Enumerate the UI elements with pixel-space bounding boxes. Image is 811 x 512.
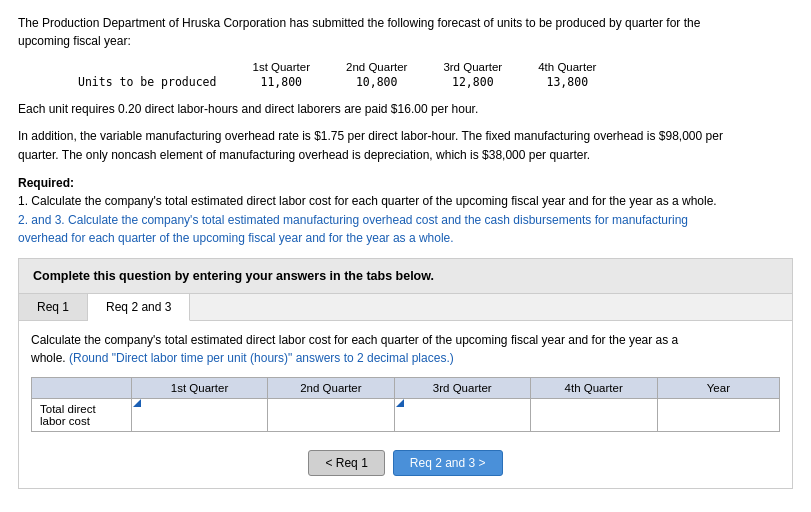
intro-line2: upcoming fiscal year: [18,34,131,48]
intro-line1: The Production Department of Hruska Corp… [18,16,700,30]
units-row-label: Units to be produced [78,74,234,90]
table-header-empty [32,377,132,398]
table-header-year: Year [657,377,779,398]
col-header-q2: 2nd Quarter [328,60,425,74]
row-label-labor: Total direct labor cost [32,398,132,431]
intro-paragraph: The Production Department of Hruska Corp… [18,14,793,50]
table-header-q4: 4th Quarter [530,377,657,398]
input-q1[interactable] [132,411,267,431]
section2-text: In addition, the variable manufacturing … [18,127,793,165]
units-q1: 11,800 [234,74,328,90]
complete-box-text: Complete this question by entering your … [33,269,434,283]
req2-blue-part2: and [441,213,461,227]
col-header-q3: 3rd Quarter [425,60,520,74]
required-label: Required: [18,176,74,190]
nav-buttons-row: < Req 1 Req 2 and 3 > [31,444,780,480]
req2-blue-part1: 2. and 3. Calculate the company's total … [18,213,438,227]
col-header-q1: 1st Quarter [234,60,328,74]
units-q2: 10,800 [328,74,425,90]
input-cell-q1[interactable] [132,398,268,431]
tab-description: Calculate the company's total estimated … [31,331,780,367]
forward-button[interactable]: Req 2 and 3 > [393,450,503,476]
input-q3[interactable] [395,411,530,431]
labor-cost-table: 1st Quarter 2nd Quarter 3rd Quarter 4th … [31,377,780,432]
units-q4: 13,800 [520,74,614,90]
units-q3: 12,800 [425,74,520,90]
input-cell-q3[interactable] [395,398,531,431]
tab-req1[interactable]: Req 1 [19,294,88,320]
input-cell-q4[interactable] [530,398,657,431]
input-q2[interactable] [268,405,394,425]
req2-text: 2. and 3. Calculate the company's total … [18,211,793,230]
section1-text: Each unit requires 0.20 direct labor-hou… [18,100,793,119]
corner-flag-q1 [133,399,141,407]
req3-blue: overhead for each quarter of the upcomin… [18,231,454,245]
corner-flag-q3 [396,399,404,407]
col-header-q4: 4th Quarter [520,60,614,74]
complete-box: Complete this question by entering your … [18,258,793,294]
req2-blue-part3: the cash disbursements for manufacturing [465,213,688,227]
table-row: Total direct labor cost [32,398,780,431]
tabs-area: Req 1 Req 2 and 3 Calculate the company'… [18,294,793,489]
req3-text: overhead for each quarter of the upcomin… [18,229,793,248]
input-cell-year[interactable] [657,398,779,431]
table-header-q1: 1st Quarter [132,377,268,398]
tab-content-area: Calculate the company's total estimated … [19,321,792,488]
units-forecast-table: 1st Quarter 2nd Quarter 3rd Quarter 4th … [78,60,614,90]
table-header-q2: 2nd Quarter [267,377,394,398]
tabs-row: Req 1 Req 2 and 3 [19,294,792,321]
req1-text: 1. Calculate the company's total estimat… [18,192,793,211]
back-button[interactable]: < Req 1 [308,450,384,476]
round-note: (Round "Direct labor time per unit (hour… [69,351,454,365]
input-cell-q2[interactable] [267,398,394,431]
table-header-q3: 3rd Quarter [395,377,531,398]
required-section: Required: 1. Calculate the company's tot… [18,174,793,248]
input-q4[interactable] [531,405,657,425]
col-header-empty [78,60,234,74]
input-year[interactable] [658,405,779,425]
tab-req2and3[interactable]: Req 2 and 3 [88,294,190,321]
